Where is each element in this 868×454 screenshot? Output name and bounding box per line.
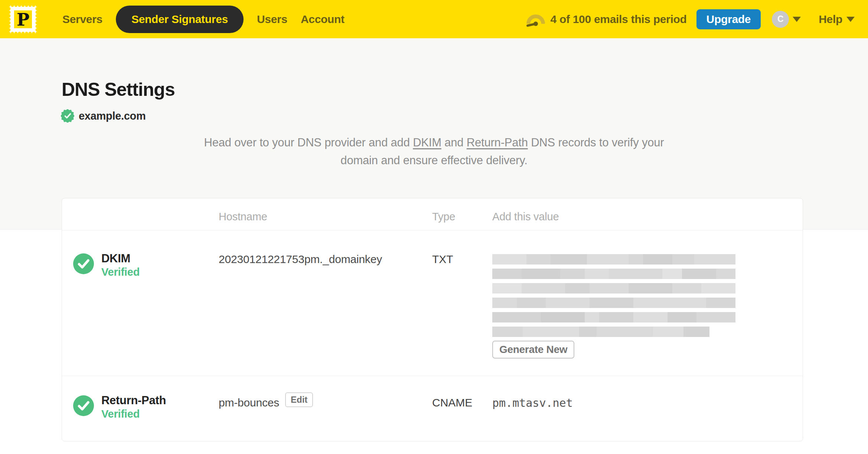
- redacted-line: [492, 312, 735, 322]
- generate-new-button[interactable]: Generate New: [492, 341, 574, 359]
- redacted-line: [492, 327, 709, 337]
- usage-text: 4 of 100 emails this period: [551, 13, 687, 26]
- return-path-value: pm.mtasv.net: [492, 396, 573, 409]
- navbar-right-group: 4 of 100 emails this period Upgrade C He…: [526, 9, 860, 29]
- redacted-line: [492, 283, 735, 294]
- email-usage-indicator: 4 of 100 emails this period: [526, 12, 687, 27]
- dkim-link[interactable]: DKIM: [413, 136, 441, 149]
- help-menu[interactable]: Help: [819, 13, 855, 26]
- check-circle-icon: [73, 253, 94, 274]
- page-title: DNS Settings: [62, 79, 175, 100]
- dkim-value-redacted: [492, 254, 735, 341]
- status-badge: Verified: [101, 266, 140, 278]
- nav-item-sender-signatures[interactable]: Sender Signatures: [116, 6, 244, 33]
- record-name-return-path: Return-Path: [101, 394, 166, 407]
- nav-item-servers[interactable]: Servers: [62, 6, 102, 33]
- dns-settings-page: P Servers Sender Signatures Users Accoun…: [0, 0, 868, 454]
- dkim-record-type: TXT: [432, 253, 453, 266]
- column-header-hostname: Hostname: [219, 211, 267, 223]
- postmark-stamp-logo[interactable]: P: [8, 4, 38, 34]
- dns-instructions: Head over to your DNS provider and add D…: [0, 134, 868, 169]
- record-name-dkim: DKIM: [101, 252, 130, 265]
- edit-button[interactable]: Edit: [285, 392, 313, 407]
- primary-nav: Servers Sender Signatures Users Account: [56, 6, 351, 33]
- avatar: C: [772, 11, 789, 28]
- return-path-hostname: pm-bounces: [219, 396, 279, 409]
- postage-stamp-icon: P: [8, 4, 38, 34]
- help-label: Help: [819, 13, 842, 26]
- column-header-type: Type: [432, 211, 455, 223]
- redacted-line: [492, 254, 735, 265]
- return-path-record-type: CNAME: [432, 396, 472, 409]
- row-divider: [62, 376, 803, 376]
- upgrade-button[interactable]: Upgrade: [696, 9, 761, 29]
- redacted-line: [492, 298, 735, 308]
- svg-text:P: P: [17, 10, 30, 30]
- domain-row: example.com: [61, 109, 146, 123]
- chevron-down-icon: [793, 17, 801, 22]
- chevron-down-icon: [846, 17, 855, 22]
- column-header-value: Add this value: [492, 211, 559, 223]
- instructions-text: Head over to your DNS provider and add: [204, 136, 413, 149]
- check-circle-icon: [73, 395, 94, 416]
- account-menu[interactable]: C: [772, 11, 801, 28]
- instructions-text: and: [441, 136, 467, 149]
- top-navbar: P Servers Sender Signatures Users Accoun…: [0, 0, 868, 38]
- redacted-line: [492, 269, 735, 279]
- return-path-link[interactable]: Return-Path: [467, 136, 528, 149]
- header-divider: [62, 230, 803, 230]
- gauge-icon: [526, 12, 545, 27]
- nav-item-users[interactable]: Users: [257, 6, 287, 33]
- verified-seal-icon: [61, 109, 74, 123]
- nav-item-account[interactable]: Account: [301, 6, 345, 33]
- status-badge: Verified: [101, 408, 140, 420]
- dns-records-table: Hostname Type Add this value DKIM Verifi…: [62, 198, 803, 441]
- domain-name: example.com: [79, 110, 146, 122]
- dkim-hostname: 20230121221753pm._domainkey: [219, 253, 382, 266]
